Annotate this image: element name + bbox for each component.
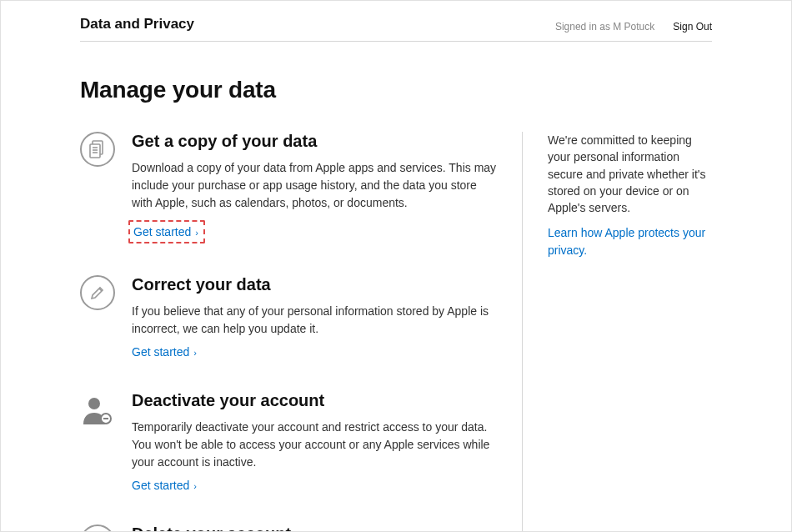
chevron-right-icon: › [191,481,197,491]
header: Data and Privacy Signed in as M Potuck S… [80,1,712,42]
pencil-icon [80,275,115,310]
section-delete-title: Delete your account [132,524,497,532]
sidebar: We're committed to keeping your personal… [522,132,712,532]
section-correct-cta[interactable]: Get started › [132,345,197,359]
chevron-right-icon: › [191,348,197,358]
section-copy-cta[interactable]: Get started › [133,225,198,238]
trash-icon [80,524,115,532]
document-icon [80,132,115,167]
header-right: Signed in as M Potuck Sign Out [555,21,712,33]
signed-in-label: Signed in as M Potuck [555,21,654,33]
section-correct-desc: If you believe that any of your personal… [132,303,497,338]
chevron-right-icon: › [193,228,198,238]
svg-rect-1 [90,144,100,158]
sidebar-text: We're committed to keeping your personal… [548,132,712,216]
section-deactivate-desc: Temporarily deactivate your account and … [132,419,497,471]
section-copy: Get a copy of your data Download a copy … [80,132,497,243]
section-delete: Delete your account Permanently delete y… [80,524,497,532]
section-deactivate: Deactivate your account Temporarily deac… [80,391,497,493]
section-deactivate-cta[interactable]: Get started › [132,479,197,492]
page-title: Manage your data [80,77,712,103]
sign-out-link[interactable]: Sign Out [673,21,712,33]
user-minus-icon [80,391,115,426]
highlight-annotation: Get started › [128,220,205,243]
sidebar-learn-link[interactable]: Learn how Apple protects your privacy. [548,226,705,256]
section-copy-title: Get a copy of your data [132,132,497,151]
section-correct: Correct your data If you believe that an… [80,275,497,359]
section-copy-cta-label: Get started [133,225,191,238]
section-correct-cta-label: Get started [132,345,189,359]
section-correct-title: Correct your data [132,275,497,294]
section-deactivate-cta-label: Get started [132,479,189,492]
section-deactivate-title: Deactivate your account [132,391,497,410]
section-copy-desc: Download a copy of your data from Apple … [132,159,497,212]
main-column: Get a copy of your data Download a copy … [80,132,522,532]
header-title: Data and Privacy [80,16,194,33]
